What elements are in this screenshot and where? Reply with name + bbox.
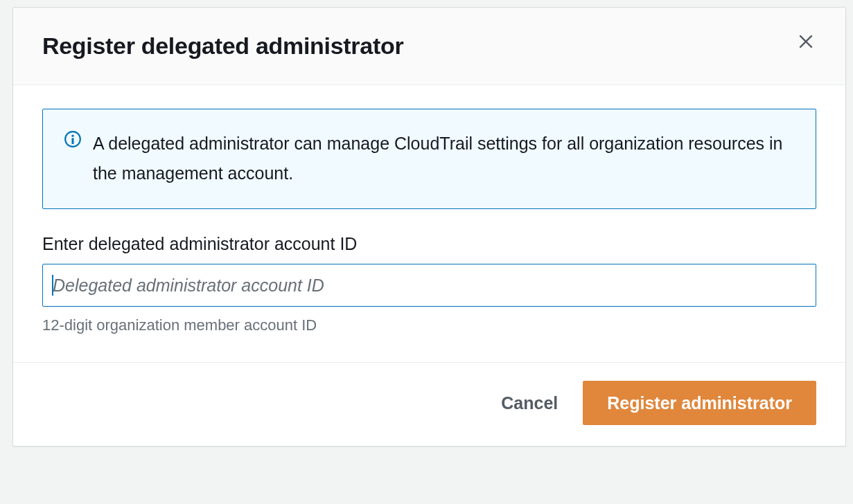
close-icon [797,42,815,53]
register-administrator-button[interactable]: Register administrator [583,381,816,425]
account-id-help-text: 12-digit organization member account ID [42,316,816,334]
modal-body: A delegated administrator can manage Clo… [13,85,845,362]
svg-point-3 [71,134,73,136]
register-delegated-admin-modal: Register delegated administrator A deleg… [12,7,846,447]
svg-rect-4 [71,138,73,144]
info-icon [64,130,82,151]
modal-header: Register delegated administrator [13,8,845,85]
close-button[interactable] [794,30,818,55]
modal-footer: Cancel Register administrator [13,362,845,446]
account-id-form-group: Enter delegated administrator account ID… [42,234,816,334]
input-wrap [42,264,816,307]
account-id-input[interactable] [42,264,816,307]
cancel-button[interactable]: Cancel [494,383,565,423]
account-id-label: Enter delegated administrator account ID [42,234,816,254]
info-alert-text: A delegated administrator can manage Clo… [93,129,795,188]
modal-title: Register delegated administrator [42,33,403,60]
info-alert: A delegated administrator can manage Clo… [42,109,816,209]
